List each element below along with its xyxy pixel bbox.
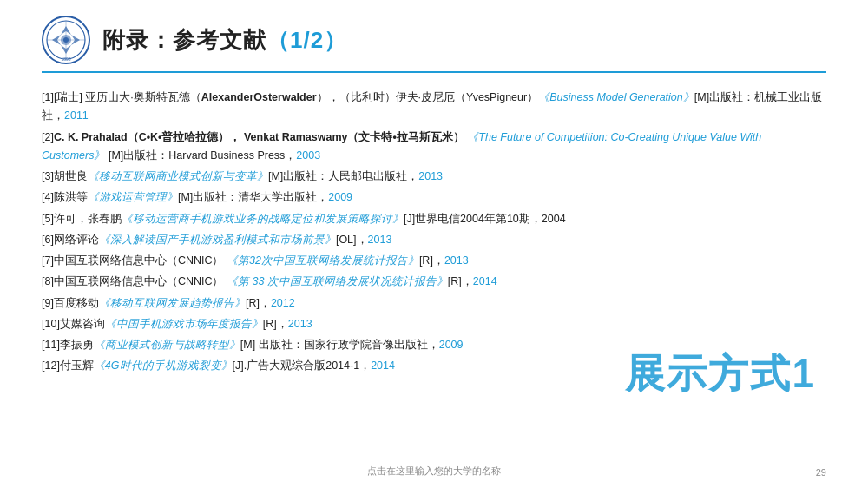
ref-text: 艾媒咨询 xyxy=(60,318,105,330)
ref-text: ），（比利时）伊夫·皮尼厄（YvesPigneur） xyxy=(317,91,539,103)
footer-university-name[interactable]: 点击在这里输入您的大学的名称 xyxy=(367,465,501,478)
svg-point-7 xyxy=(63,37,69,43)
page-container: 1898 附录：参考文献（1/2） [1][瑞士] 亚历山大·奥斯特瓦德（Ale… xyxy=(0,0,868,488)
ref-year: 2011 xyxy=(64,109,89,122)
reference-item-4: [4]陈洪等《游戏运营管理》[M]出版社：清华大学出版社，2009 xyxy=(42,188,826,207)
ref-link: 《游戏运营管理》 xyxy=(88,191,178,203)
ref-id: [4] xyxy=(42,191,54,203)
reference-item-8: [8]中国互联网络信息中心（CNNIC） 《第 33 次中国互联网络发展状况统计… xyxy=(42,273,826,291)
ref-text: 胡世良 xyxy=(54,170,88,182)
ref-id: [12] xyxy=(42,359,60,372)
reference-item-6: [6]网络评论《深入解读国产手机游戏盈利模式和市场前景》[OL]，2013 xyxy=(42,231,826,249)
ref-text: [J]世界电信2004年第10期，2004 xyxy=(404,213,566,225)
ref-year: 2014 xyxy=(473,275,497,287)
reference-item-1: [1][瑞士] 亚历山大·奥斯特瓦德（AlexanderOsterwalder）… xyxy=(42,89,826,126)
reference-item-2: [2]C. K. Prahalad（C•K•普拉哈拉德）， Venkat Ram… xyxy=(42,129,826,166)
ref-text: [R]， xyxy=(263,318,288,330)
ref-link: 《移动运营商手机游戏业务的战略定位和发展策略探讨》 xyxy=(122,213,404,225)
ref-link: 《移动互联网发展趋势报告》 xyxy=(99,297,246,309)
ref-year: 2009 xyxy=(328,191,352,203)
ref-text: 百度移动 xyxy=(54,297,99,309)
ref-id: [2] xyxy=(42,131,54,143)
ref-text: 中国互联网络信息中心（CNNIC） xyxy=(54,275,224,287)
ref-text: [M]出版社：人民邮电出版社， xyxy=(268,170,418,182)
ref-link: 《Business Model Generation》 xyxy=(538,91,694,103)
ref-id: [10] xyxy=(42,318,60,330)
ref-text: [R]， xyxy=(448,275,473,287)
ref-year: 2014 xyxy=(371,359,395,372)
ref-text: [OL]， xyxy=(336,234,368,246)
reference-item-7: [7]中国互联网络信息中心（CNNIC） 《第32次中国互联网络发展统计报告》[… xyxy=(42,252,826,270)
ref-link: 《4G时代的手机游戏裂变》 xyxy=(94,359,233,372)
ref-year: 2013 xyxy=(288,318,312,330)
ref-text: [M]出版社：清华大学出版社， xyxy=(178,191,328,203)
ref-id: [7] xyxy=(42,254,54,267)
ref-text: 网络评论 xyxy=(54,234,99,246)
ref-text: 付玉辉 xyxy=(60,359,94,372)
reference-item-3: [3]胡世良《移动互联网商业模式创新与变革》[M]出版社：人民邮电出版社，201… xyxy=(42,168,826,186)
header: 1898 附录：参考文献（1/2） xyxy=(42,16,826,73)
reference-item-12: [12]付玉辉《4G时代的手机游戏裂变》[J].广告大观综合版2014-1，20… xyxy=(42,357,826,375)
page-number: 29 xyxy=(816,467,826,478)
ref-link: 《第 33 次中国互联网络发展状况统计报告》 xyxy=(224,275,448,287)
ref-text: [M] 出版社：国家行政学院音像出版社， xyxy=(240,339,439,351)
ref-link: 《深入解读国产手机游戏盈利模式和市场前景》 xyxy=(99,234,336,246)
ref-year: 2009 xyxy=(439,339,464,351)
ref-id: [9] xyxy=(42,297,54,309)
ref-text: 中国互联网络信息中心（CNNIC） xyxy=(54,254,224,267)
reference-item-5: [5]许可，张春鹏《移动运营商手机游戏业务的战略定位和发展策略探讨》[J]世界电… xyxy=(42,210,826,228)
ref-link: 《第32次中国互联网络发展统计报告》 xyxy=(224,254,419,267)
ref-id: [5] xyxy=(42,213,54,225)
ref-author: C. K. Prahalad（C•K•普拉哈拉德）， xyxy=(54,131,241,143)
reference-item-11: [11]李振勇《商业模式创新与战略转型》[M] 出版社：国家行政学院音像出版社，… xyxy=(42,336,826,354)
ref-year: 2003 xyxy=(296,149,320,162)
ref-year: 2013 xyxy=(368,234,392,246)
ref-id: [11] xyxy=(42,339,60,351)
university-logo: 1898 xyxy=(42,16,90,64)
page-title: 附录：参考文献（1/2） xyxy=(102,25,347,56)
ref-text: 陈洪等 xyxy=(54,191,88,203)
ref-id: [8] xyxy=(42,275,54,287)
ref-link: 《中国手机游戏市场年度报告》 xyxy=(105,318,263,330)
footer: 点击在这里输入您的大学的名称 xyxy=(0,465,868,478)
ref-text: 许可，张春鹏 xyxy=(54,213,122,225)
ref-author: AlexanderOsterwalder xyxy=(201,91,317,103)
ref-text: [R]， xyxy=(246,297,271,309)
ref-text: [J].广告大观综合版2014-1， xyxy=(233,359,372,372)
ref-year: 2013 xyxy=(444,254,469,267)
ref-year: 2012 xyxy=(271,297,295,309)
ref-id: [3] xyxy=(42,170,54,182)
ref-link: 《商业模式创新与战略转型》 xyxy=(94,339,240,351)
ref-link: 《移动互联网商业模式创新与变革》 xyxy=(88,170,268,182)
ref-author: Venkat Ramaswamy（文卡特•拉马斯瓦米） xyxy=(240,131,464,143)
ref-text: [瑞士] 亚历山大·奥斯特瓦德（ xyxy=(54,91,201,103)
ref-text: [M]出版社：Harvard Business Press， xyxy=(105,149,296,162)
svg-text:1898: 1898 xyxy=(61,56,70,62)
ref-id: [1] xyxy=(42,91,54,103)
reference-item-9: [9]百度移动《移动互联网发展趋势报告》[R]，2012 xyxy=(42,294,826,313)
ref-id: [6] xyxy=(42,234,54,246)
references-content: [1][瑞士] 亚历山大·奥斯特瓦德（AlexanderOsterwalder）… xyxy=(42,89,826,376)
ref-text: 李振勇 xyxy=(60,339,94,351)
ref-text: [R]， xyxy=(419,254,444,267)
reference-item-10: [10]艾媒咨询《中国手机游戏市场年度报告》[R]，2013 xyxy=(42,315,826,333)
ref-year: 2013 xyxy=(418,170,443,182)
